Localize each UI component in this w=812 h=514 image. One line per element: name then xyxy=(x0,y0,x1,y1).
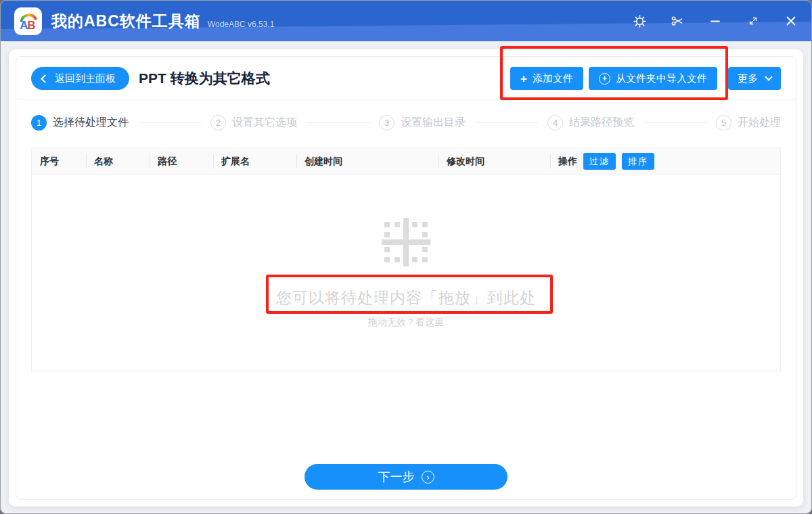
step-number: 3 xyxy=(379,115,394,131)
column-modified-time: 修改时间 xyxy=(438,148,550,174)
main-content: 1 选择待处理文件 2 设置其它选项 3 设置输出目录 xyxy=(16,100,796,499)
chevron-down-icon xyxy=(765,73,772,80)
next-step-button[interactable]: 下一步 › xyxy=(304,464,508,490)
footer: 下一步 › xyxy=(31,464,781,496)
app-title: 我的ABC软件工具箱 xyxy=(51,11,201,32)
scissors-icon[interactable] xyxy=(669,13,685,29)
add-files-button[interactable]: + 添加文件 xyxy=(510,67,583,90)
step-number: 1 xyxy=(31,115,47,131)
step-connector xyxy=(138,122,201,123)
step-label: 结果路径预览 xyxy=(569,116,634,130)
step-connector xyxy=(644,122,706,123)
file-table-header: 序号 名称 路径 扩展名 创建时间 修改时间 操作 过滤 排序 xyxy=(32,148,780,175)
minimize-button[interactable] xyxy=(707,13,723,29)
app-version: WodeABC v6.53.1 xyxy=(208,20,275,29)
column-actions: 操作 过滤 排序 xyxy=(550,148,780,174)
page-title: PPT 转换为其它格式 xyxy=(139,69,270,88)
plus-icon: + xyxy=(520,73,527,85)
more-dropdown-button[interactable]: 更多 xyxy=(728,67,781,90)
step-label: 设置其它选项 xyxy=(232,116,297,130)
step-connector xyxy=(475,122,538,123)
page-background: 返回到主面板 PPT 转换为其它格式 + 添加文件 + 从文件夹中导入文件 xyxy=(1,41,811,514)
toolbar-actions: + 添加文件 + 从文件夹中导入文件 更多 xyxy=(510,67,781,90)
chevron-left-icon xyxy=(41,74,49,83)
step-connector xyxy=(307,122,369,123)
step-indicator: 1 选择待处理文件 2 设置其它选项 3 设置输出目录 xyxy=(31,115,781,131)
maximize-button[interactable] xyxy=(745,13,761,29)
file-drop-zone[interactable]: 您可以将待处理内容「拖放」到此处 拖动无效？看这里 xyxy=(32,175,780,371)
step-1-select-files: 1 选择待处理文件 xyxy=(31,115,129,131)
file-table: 序号 名称 路径 扩展名 创建时间 修改时间 操作 过滤 排序 xyxy=(31,147,781,371)
step-3-output-dir: 3 设置输出目录 xyxy=(379,115,466,131)
column-created-time: 创建时间 xyxy=(296,148,438,174)
dashed-plus-icon xyxy=(381,217,431,267)
step-number: 5 xyxy=(716,115,731,131)
circle-plus-icon: + xyxy=(599,73,610,85)
filter-button[interactable]: 过滤 xyxy=(583,153,616,170)
step-label: 开始处理 xyxy=(738,116,781,130)
import-from-folder-button[interactable]: + 从文件夹中导入文件 xyxy=(589,67,717,90)
app-logo-icon: A B xyxy=(14,7,42,35)
circle-arrow-right-icon: › xyxy=(422,471,434,484)
step-label: 选择待处理文件 xyxy=(53,116,129,130)
back-button-label: 返回到主面板 xyxy=(55,72,116,85)
close-button[interactable] xyxy=(783,13,799,29)
toolbar: 返回到主面板 PPT 转换为其它格式 + 添加文件 + 从文件夹中导入文件 xyxy=(16,57,796,99)
sort-button[interactable]: 排序 xyxy=(622,153,654,170)
svg-text:B: B xyxy=(27,19,35,32)
column-path: 路径 xyxy=(150,148,213,174)
step-label: 设置输出目录 xyxy=(401,116,466,130)
drop-hint-text: 您可以将待处理内容「拖放」到此处 xyxy=(276,287,536,308)
window-controls xyxy=(631,13,799,29)
step-number: 4 xyxy=(547,115,563,131)
step-5-start: 5 开始处理 xyxy=(716,115,781,131)
column-index: 序号 xyxy=(32,148,86,174)
back-to-dashboard-button[interactable]: 返回到主面板 xyxy=(31,67,129,90)
main-panel: 返回到主面板 PPT 转换为其它格式 + 添加文件 + 从文件夹中导入文件 xyxy=(9,49,803,507)
titlebar: A B 我的ABC软件工具箱 WodeABC v6.53.1 xyxy=(1,1,811,41)
content-card: 返回到主面板 PPT 转换为其它格式 + 添加文件 + 从文件夹中导入文件 xyxy=(16,56,796,500)
settings-gear-icon[interactable] xyxy=(631,13,648,29)
column-name: 名称 xyxy=(86,148,150,174)
step-2-options: 2 设置其它选项 xyxy=(210,115,297,131)
app-window: A B 我的ABC软件工具箱 WodeABC v6.53.1 xyxy=(0,0,812,514)
step-number: 2 xyxy=(210,115,226,131)
drop-help-link[interactable]: 拖动无效？看这里 xyxy=(368,317,444,329)
column-extension: 扩展名 xyxy=(213,148,296,174)
step-4-result-preview: 4 结果路径预览 xyxy=(547,115,634,131)
